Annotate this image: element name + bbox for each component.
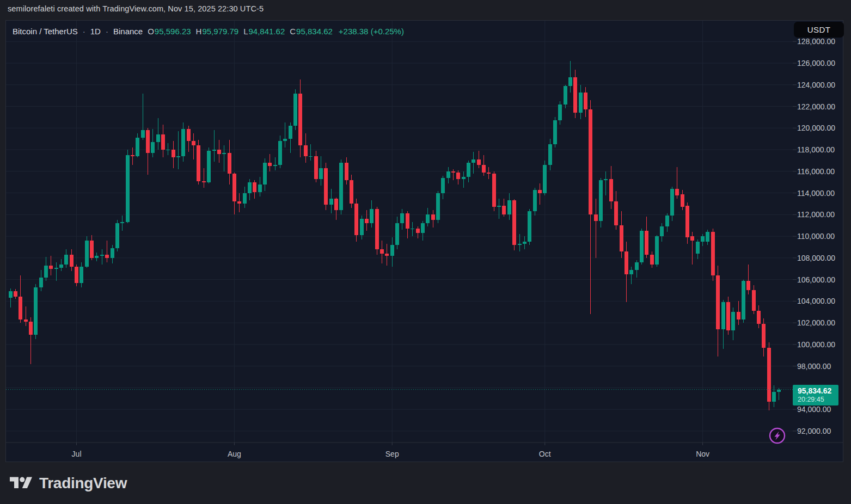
candle[interactable] <box>131 147 134 165</box>
candle[interactable] <box>197 140 200 185</box>
candle[interactable] <box>111 245 114 263</box>
candle[interactable] <box>614 191 618 230</box>
candle[interactable] <box>319 156 323 186</box>
candle[interactable] <box>75 265 78 286</box>
candle[interactable] <box>446 167 450 183</box>
candle[interactable] <box>329 189 333 214</box>
candle[interactable] <box>512 199 516 250</box>
candle[interactable] <box>390 237 394 267</box>
candle[interactable] <box>548 139 552 170</box>
candle[interactable] <box>115 220 119 251</box>
candle[interactable] <box>370 200 374 228</box>
candle[interactable] <box>237 193 241 213</box>
candle[interactable] <box>29 317 33 364</box>
candle[interactable] <box>523 236 526 249</box>
candle[interactable] <box>166 143 170 155</box>
candle[interactable] <box>228 140 231 185</box>
candle[interactable] <box>477 151 481 168</box>
candle[interactable] <box>212 130 216 162</box>
candle[interactable] <box>176 131 180 169</box>
candle[interactable] <box>44 257 48 281</box>
candle[interactable] <box>472 152 475 174</box>
symbol-title[interactable]: Bitcoin / TetherUS <box>13 27 78 36</box>
candle[interactable] <box>202 168 206 188</box>
price-axis[interactable]: 128,000.00126,000.00124,000.00122,000.00… <box>793 37 835 435</box>
candle[interactable] <box>232 173 236 215</box>
candle[interactable] <box>685 202 689 244</box>
candle[interactable] <box>243 187 247 208</box>
candle[interactable] <box>54 262 58 281</box>
candle[interactable] <box>431 210 435 228</box>
candle[interactable] <box>579 85 583 120</box>
candle[interactable] <box>635 260 639 278</box>
candle[interactable] <box>293 89 297 131</box>
candle[interactable] <box>416 226 420 238</box>
chart-container[interactable]: JulAugSepOctNov128,000.00126,000.00124,0… <box>5 20 843 462</box>
candle[interactable] <box>181 122 185 162</box>
candle[interactable] <box>737 301 740 325</box>
candle[interactable] <box>289 122 292 153</box>
candle[interactable] <box>497 199 501 219</box>
candle[interactable] <box>690 232 694 265</box>
boost-lightning-icon[interactable] <box>768 427 786 445</box>
candle[interactable] <box>309 144 313 161</box>
candle[interactable] <box>172 141 175 168</box>
candle[interactable] <box>675 167 679 199</box>
candle[interactable] <box>141 94 145 140</box>
candle[interactable] <box>283 122 287 147</box>
candle[interactable] <box>207 147 211 183</box>
candle[interactable] <box>467 161 470 182</box>
candle[interactable] <box>49 256 53 275</box>
candle[interactable] <box>706 230 709 245</box>
candle[interactable] <box>354 199 358 242</box>
candle[interactable] <box>507 193 511 220</box>
candle[interactable] <box>721 300 725 348</box>
candle[interactable] <box>248 179 252 201</box>
candle[interactable] <box>767 342 771 410</box>
candle[interactable] <box>85 236 89 268</box>
candle[interactable] <box>436 191 440 224</box>
interval-label[interactable]: 1D <box>90 27 101 36</box>
candle[interactable] <box>339 159 343 214</box>
candle[interactable] <box>670 187 674 222</box>
candle[interactable] <box>599 178 603 228</box>
candle[interactable] <box>543 161 547 195</box>
candle[interactable] <box>79 262 83 287</box>
candle[interactable] <box>538 183 542 205</box>
currency-toggle-button[interactable]: USDT <box>794 22 844 38</box>
candle[interactable] <box>120 216 124 231</box>
candle[interactable] <box>105 241 109 262</box>
candle[interactable] <box>451 169 455 180</box>
candle[interactable] <box>777 388 781 401</box>
candle[interactable] <box>19 275 22 323</box>
candle[interactable] <box>640 229 644 265</box>
candle[interactable] <box>345 157 348 185</box>
candle[interactable] <box>156 118 160 150</box>
candle[interactable] <box>502 199 506 217</box>
tradingview-logo[interactable]: TradingView <box>10 475 127 492</box>
candle[interactable] <box>334 198 338 220</box>
candle[interactable] <box>24 306 28 326</box>
candle[interactable] <box>518 234 522 251</box>
candle[interactable] <box>492 171 496 212</box>
candle[interactable] <box>696 239 700 259</box>
candle[interactable] <box>253 180 256 199</box>
candle[interactable] <box>136 133 139 157</box>
candle[interactable] <box>711 229 715 280</box>
candlestick-plot[interactable]: JulAugSepOctNov128,000.00126,000.00124,0… <box>6 21 843 462</box>
candle[interactable] <box>645 217 648 258</box>
candle[interactable] <box>304 133 308 163</box>
candle[interactable] <box>762 318 766 357</box>
candle[interactable] <box>701 234 705 246</box>
candle[interactable] <box>263 158 267 191</box>
candle[interactable] <box>187 126 191 152</box>
candle[interactable] <box>222 145 226 171</box>
candle[interactable] <box>752 285 756 315</box>
candle[interactable] <box>609 166 613 210</box>
candle[interactable] <box>625 242 628 302</box>
candle[interactable] <box>573 70 577 118</box>
candle[interactable] <box>161 125 165 157</box>
candle[interactable] <box>726 297 730 335</box>
candle[interactable] <box>589 100 592 315</box>
candle[interactable] <box>395 217 399 249</box>
